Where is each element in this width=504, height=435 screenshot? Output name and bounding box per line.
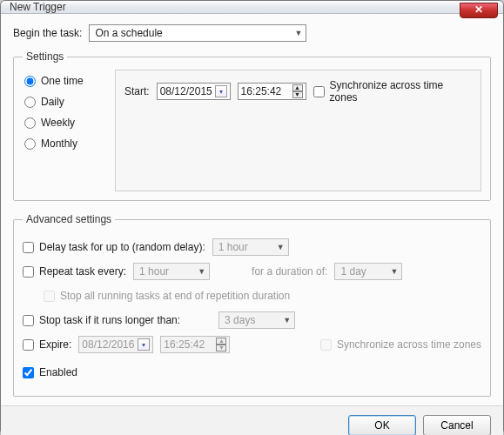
repeat-task[interactable]: Repeat task every: xyxy=(23,265,126,278)
duration-value: 1 day xyxy=(340,265,366,278)
stop-all-tasks-label: Stop all running tasks at end of repetit… xyxy=(60,290,290,302)
spinner-down-icon[interactable]: ▼ xyxy=(292,91,303,98)
radio-weekly[interactable]: Weekly xyxy=(24,117,99,129)
begin-task-select[interactable]: On a schedule ▼ xyxy=(89,24,306,42)
expire-checkbox[interactable] xyxy=(23,339,34,351)
delay-task[interactable]: Delay task for up to (random delay): xyxy=(23,241,205,253)
expire-time-value: 16:25:42 xyxy=(164,338,205,351)
enabled[interactable]: Enabled xyxy=(23,366,77,378)
sync-timezones[interactable]: Synchronize across time zones xyxy=(313,79,472,104)
radio-onetime[interactable]: One time xyxy=(24,75,99,87)
chevron-down-icon: ▼ xyxy=(283,316,291,325)
enabled-label: Enabled xyxy=(39,366,77,378)
spinner-up-icon[interactable]: ▲ xyxy=(216,338,226,345)
begin-task-label: Begin the task: xyxy=(13,27,82,39)
repeat-task-value: 1 hour xyxy=(139,265,169,278)
calendar-icon[interactable]: ▾ xyxy=(215,85,227,97)
radio-daily[interactable]: Daily xyxy=(24,96,99,108)
ok-button[interactable]: OK xyxy=(348,415,416,435)
repeat-task-select[interactable]: 1 hour ▼ xyxy=(133,263,210,280)
sync-timezones-label: Synchronize across time zones xyxy=(330,79,472,104)
stop-all-tasks: Stop all running tasks at end of repetit… xyxy=(44,290,290,302)
dialog-new-trigger: New Trigger ✕ Begin the task: On a sched… xyxy=(0,0,504,435)
radio-monthly[interactable]: Monthly xyxy=(24,137,99,150)
chevron-down-icon: ▼ xyxy=(277,243,285,251)
stop-if-longer-checkbox[interactable] xyxy=(23,315,34,326)
calendar-icon[interactable]: ▾ xyxy=(138,338,150,351)
time-spinner[interactable]: ▲ ▼ xyxy=(216,338,226,351)
begin-task-value: On a schedule xyxy=(95,27,162,39)
sync-timezones-checkbox[interactable] xyxy=(313,86,325,97)
expire-date-value: 08/12/2016 xyxy=(82,338,134,351)
chevron-down-icon: ▼ xyxy=(294,29,302,37)
expire-label: Expire: xyxy=(39,338,71,351)
chevron-down-icon: ▼ xyxy=(391,267,399,276)
radio-weekly-input[interactable] xyxy=(24,117,36,129)
stop-if-longer-label: Stop task if it runs longer than: xyxy=(39,314,180,326)
enabled-checkbox[interactable] xyxy=(23,367,34,378)
radio-onetime-input[interactable] xyxy=(24,76,36,87)
radio-weekly-label: Weekly xyxy=(41,117,75,129)
radio-daily-input[interactable] xyxy=(24,97,36,108)
duration-label: for a duration of: xyxy=(252,265,327,278)
start-time-input[interactable]: 16:25:42 ▲ ▼ xyxy=(238,83,306,100)
dialog-body: Begin the task: On a schedule ▼ Settings… xyxy=(1,14,503,405)
stop-if-longer-value: 3 days xyxy=(225,314,255,326)
delay-task-select[interactable]: 1 hour ▼ xyxy=(212,238,289,256)
start-date-input[interactable]: 08/12/2015 ▾ xyxy=(157,83,231,100)
expire-sync-timezones: Synchronize across time zones xyxy=(320,338,481,351)
settings-legend: Settings xyxy=(23,50,67,63)
window-title: New Trigger xyxy=(10,1,66,13)
expire-time-input[interactable]: 16:25:42 ▲ ▼ xyxy=(160,336,230,353)
expire[interactable]: Expire: xyxy=(23,338,71,351)
radio-onetime-label: One time xyxy=(41,75,84,87)
settings-group: Settings One time Daily Weekly xyxy=(13,50,491,201)
stop-if-longer[interactable]: Stop task if it runs longer than: xyxy=(23,314,180,326)
chevron-down-icon: ▼ xyxy=(198,267,205,276)
stop-if-longer-select[interactable]: 3 days ▼ xyxy=(218,311,295,329)
stop-all-tasks-checkbox xyxy=(44,291,55,302)
titlebar: New Trigger ✕ xyxy=(1,1,503,14)
start-time-value: 16:25:42 xyxy=(241,85,282,97)
duration-select[interactable]: 1 day ▼ xyxy=(334,263,402,280)
expire-date-input[interactable]: 08/12/2016 ▾ xyxy=(78,336,153,353)
dialog-footer: OK Cancel xyxy=(1,405,503,435)
delay-task-label: Delay task for up to (random delay): xyxy=(39,241,205,253)
schedule-radios: One time Daily Weekly Monthly xyxy=(23,70,103,191)
radio-daily-label: Daily xyxy=(41,96,64,108)
time-spinner[interactable]: ▲ ▼ xyxy=(292,84,303,98)
radio-monthly-input[interactable] xyxy=(24,138,36,150)
close-button[interactable]: ✕ xyxy=(460,3,498,18)
advanced-legend: Advanced settings xyxy=(23,213,115,225)
start-date-value: 08/12/2015 xyxy=(160,85,212,97)
cancel-button[interactable]: Cancel xyxy=(423,415,491,435)
delay-task-checkbox[interactable] xyxy=(23,242,34,253)
expire-sync-label: Synchronize across time zones xyxy=(337,338,481,351)
spinner-up-icon[interactable]: ▲ xyxy=(292,84,303,91)
delay-task-value: 1 hour xyxy=(218,241,248,253)
begin-task-row: Begin the task: On a schedule ▼ xyxy=(13,24,491,42)
expire-sync-checkbox xyxy=(320,339,332,351)
repeat-task-label: Repeat task every: xyxy=(39,265,126,278)
start-label: Start: xyxy=(124,85,150,97)
start-pane: Start: 08/12/2015 ▾ 16:25:42 ▲ ▼ xyxy=(115,70,481,191)
advanced-group: Advanced settings Delay task for up to (… xyxy=(13,213,491,397)
radio-monthly-label: Monthly xyxy=(41,137,77,150)
repeat-task-checkbox[interactable] xyxy=(23,266,34,278)
spinner-down-icon[interactable]: ▼ xyxy=(216,345,226,351)
